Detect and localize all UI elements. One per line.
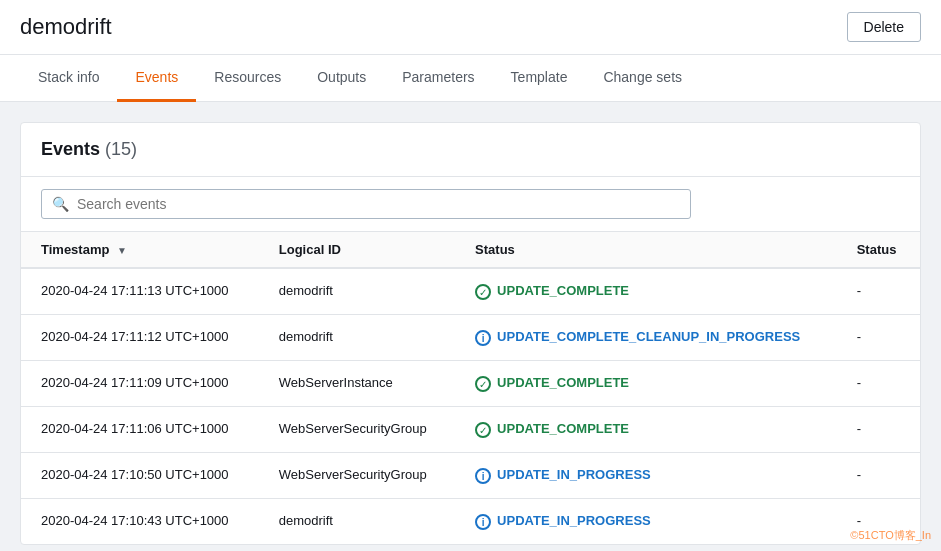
table-row: 2020-04-24 17:10:43 UTC+1000demodriftiUP… [21,499,920,545]
table-row: 2020-04-24 17:11:12 UTC+1000demodriftiUP… [21,315,920,361]
cell-logical-id: demodrift [259,499,455,545]
table-row: 2020-04-24 17:11:09 UTC+1000WebServerIns… [21,361,920,407]
watermark: ©51CTO博客_In [850,528,931,543]
tab-template[interactable]: Template [493,55,586,102]
status-info-icon: i [475,514,491,530]
status-link[interactable]: UPDATE_COMPLETE [497,283,629,298]
table-row: 2020-04-24 17:11:06 UTC+1000WebServerSec… [21,407,920,453]
status-info-icon: i [475,468,491,484]
tab-stack-info[interactable]: Stack info [20,55,117,102]
panel-header: Events (15) [21,123,920,177]
status-link[interactable]: UPDATE_COMPLETE [497,375,629,390]
status-check-icon: ✓ [475,422,491,438]
cell-logical-id: demodrift [259,315,455,361]
search-input-wrapper[interactable]: 🔍 [41,189,691,219]
table-row: 2020-04-24 17:10:50 UTC+1000WebServerSec… [21,453,920,499]
events-table: Timestamp ▼ Logical ID Status Status [21,232,920,544]
search-icon: 🔍 [52,196,69,212]
col-timestamp: Timestamp ▼ [21,232,259,268]
cell-status-reason: - [837,268,920,315]
cell-status: ✓UPDATE_COMPLETE [455,407,837,453]
cell-status-reason: - [837,407,920,453]
events-table-container: Timestamp ▼ Logical ID Status Status [21,232,920,544]
page-header: demodrift Delete [0,0,941,55]
cell-status: iUPDATE_COMPLETE_CLEANUP_IN_PROGRESS [455,315,837,361]
search-input[interactable] [77,196,680,212]
status-check-icon: ✓ [475,284,491,300]
tabs-bar: Stack info Events Resources Outputs Para… [0,55,941,102]
cell-logical-id: demodrift [259,268,455,315]
cell-timestamp: 2020-04-24 17:11:09 UTC+1000 [21,361,259,407]
cell-timestamp: 2020-04-24 17:10:50 UTC+1000 [21,453,259,499]
page-title: demodrift [20,14,112,40]
sort-icon: ▼ [117,245,127,256]
cell-timestamp: 2020-04-24 17:11:12 UTC+1000 [21,315,259,361]
events-panel: Events (15) 🔍 Timestamp ▼ [20,122,921,545]
status-link[interactable]: UPDATE_COMPLETE_CLEANUP_IN_PROGRESS [497,329,800,344]
status-link[interactable]: UPDATE_IN_PROGRESS [497,513,651,528]
cell-status: ✓UPDATE_COMPLETE [455,361,837,407]
cell-status-reason: - [837,315,920,361]
cell-timestamp: 2020-04-24 17:11:13 UTC+1000 [21,268,259,315]
table-row: 2020-04-24 17:11:13 UTC+1000demodrift✓UP… [21,268,920,315]
cell-status-reason: - [837,453,920,499]
panel-title: Events (15) [41,139,137,159]
cell-timestamp: 2020-04-24 17:10:43 UTC+1000 [21,499,259,545]
status-info-icon: i [475,330,491,346]
tab-parameters[interactable]: Parameters [384,55,492,102]
delete-button[interactable]: Delete [847,12,921,42]
cell-status: iUPDATE_IN_PROGRESS [455,453,837,499]
table-header-row: Timestamp ▼ Logical ID Status Status [21,232,920,268]
status-link[interactable]: UPDATE_COMPLETE [497,421,629,436]
tab-outputs[interactable]: Outputs [299,55,384,102]
cell-logical-id: WebServerSecurityGroup [259,453,455,499]
status-link[interactable]: UPDATE_IN_PROGRESS [497,467,651,482]
cell-logical-id: WebServerSecurityGroup [259,407,455,453]
cell-logical-id: WebServerInstance [259,361,455,407]
event-count: (15) [105,139,137,159]
cell-status-reason: - [837,361,920,407]
tab-events[interactable]: Events [117,55,196,102]
cell-status: iUPDATE_IN_PROGRESS [455,499,837,545]
col-status-reason: Status [837,232,920,268]
cell-timestamp: 2020-04-24 17:11:06 UTC+1000 [21,407,259,453]
status-check-icon: ✓ [475,376,491,392]
col-logical-id: Logical ID [259,232,455,268]
cell-status: ✓UPDATE_COMPLETE [455,268,837,315]
tab-resources[interactable]: Resources [196,55,299,102]
search-bar: 🔍 [21,177,920,232]
col-status: Status [455,232,837,268]
content-area: Events (15) 🔍 Timestamp ▼ [0,102,941,551]
tab-change-sets[interactable]: Change sets [585,55,700,102]
